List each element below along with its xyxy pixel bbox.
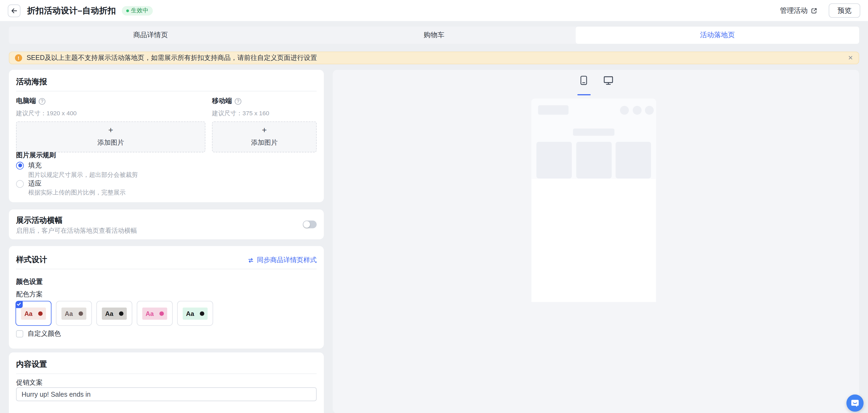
tab-landing-page[interactable]: 活动落地页 <box>576 27 859 43</box>
page-title: 折扣活动设计–自动折扣 <box>27 5 116 16</box>
placeholder-title-bar <box>573 129 614 136</box>
desktop-preview-button[interactable] <box>601 75 615 86</box>
mobile-icon <box>580 75 588 86</box>
scheme-sample-text: Aa <box>186 310 194 317</box>
placeholder-product-tile <box>576 142 612 178</box>
scheme-swatch: Aa <box>183 307 208 320</box>
landing-page-preview-canvas <box>531 99 656 302</box>
sync-style-link[interactable]: 同步商品详情页样式 <box>247 256 317 265</box>
arrow-left-icon <box>10 7 18 14</box>
mobile-size-hint: 建议尺寸：375 x 160 <box>212 109 317 117</box>
scheme-sample-text: Aa <box>24 310 32 317</box>
display-rule-title: 图片展示规则 <box>16 151 56 160</box>
content-card-title: 内容设置 <box>16 359 47 370</box>
preview-button[interactable]: 预览 <box>829 3 860 18</box>
scheme-swatch: Aa <box>142 307 167 320</box>
placeholder-logo-bar <box>538 106 568 115</box>
warning-icon: ! <box>15 54 22 61</box>
mobile-preview-button[interactable] <box>577 75 590 86</box>
scheme-swatch: Aa <box>61 307 86 320</box>
radio-fill-desc: 图片以规定尺寸展示，超出部分会被裁剪 <box>28 171 138 179</box>
radio-unselected-icon <box>16 180 24 187</box>
preview-pane <box>333 70 859 413</box>
color-settings-title: 颜色设置 <box>16 277 42 287</box>
desktop-icon <box>603 76 613 85</box>
promo-text-label: 促销文案 <box>16 378 42 387</box>
activity-banner-card: 展示活动横幅 启用后，客户可在活动落地页查看活动横幅 <box>9 209 324 239</box>
color-scheme-option-1[interactable]: Aa <box>16 301 52 326</box>
scheme-sample-text: Aa <box>105 310 113 317</box>
scheme-swatch: Aa <box>102 307 127 320</box>
desktop-size-hint: 建议尺寸：1920 x 400 <box>16 109 205 117</box>
chat-launcher-button[interactable] <box>846 394 864 412</box>
activity-banner-title: 展示活动横幅 <box>16 215 63 226</box>
tab-product-detail[interactable]: 商品详情页 <box>9 27 292 43</box>
chat-bubble-icon <box>850 398 860 408</box>
promo-text-input[interactable] <box>16 387 317 401</box>
active-device-underline <box>577 94 590 95</box>
radio-fit-label: 适应 <box>28 179 42 188</box>
radio-option-fill[interactable]: 填充 <box>16 161 41 170</box>
app-window: 折扣活动设计–自动折扣 生效中 管理活动 预览 商品详情页 购物车 活动落地页 … <box>0 0 868 413</box>
back-button[interactable] <box>8 4 21 17</box>
manage-activity-label: 管理活动 <box>780 6 808 15</box>
desktop-upload-dropzone[interactable]: + 添加图片 <box>16 121 205 152</box>
help-icon[interactable]: ? <box>235 98 241 105</box>
color-scheme-option-4[interactable]: Aa <box>137 301 173 326</box>
placeholder-product-tile <box>616 142 651 178</box>
status-badge: 生效中 <box>122 6 153 15</box>
warning-text: SEED及以上主题不支持展示活动落地页，如需展示所有折扣支持商品，请前往自定义页… <box>27 53 317 63</box>
banner-close-icon[interactable]: ✕ <box>848 54 853 61</box>
poster-card-title: 活动海报 <box>16 77 47 87</box>
poster-card: 活动海报 电脑端 ? 建议尺寸：1920 x 400 + 添加图片 移动端 ? … <box>9 70 324 202</box>
status-dot-icon <box>126 9 128 12</box>
checkbox-unchecked-icon <box>16 330 23 337</box>
help-icon[interactable]: ? <box>39 98 45 105</box>
scheme-sample-text: Aa <box>146 310 154 317</box>
manage-activity-link[interactable]: 管理活动 <box>780 6 818 15</box>
content-settings-card: 内容设置 促销文案 <box>9 352 324 413</box>
scheme-dot <box>79 312 83 316</box>
external-link-icon <box>810 7 818 14</box>
status-badge-label: 生效中 <box>131 7 148 14</box>
desktop-label: 电脑端 <box>16 96 36 106</box>
check-icon <box>15 301 23 308</box>
radio-fill-label: 填充 <box>28 161 42 170</box>
header: 折扣活动设计–自动折扣 生效中 管理活动 预览 <box>0 0 868 21</box>
divider <box>16 91 317 91</box>
custom-color-label: 自定义颜色 <box>28 329 61 338</box>
placeholder-nav-circle <box>645 106 654 115</box>
scheme-swatch: Aa <box>21 307 46 320</box>
scheme-dot <box>159 312 164 316</box>
mobile-label: 移动端 <box>212 96 232 106</box>
scheme-dot <box>38 312 43 316</box>
device-switch <box>333 75 859 86</box>
color-scheme-option-5[interactable]: Aa <box>177 301 213 326</box>
color-scheme-label: 配色方案 <box>16 290 42 299</box>
banner-toggle-switch[interactable] <box>303 220 317 228</box>
radio-selected-icon <box>16 161 24 169</box>
warning-banner: ! SEED及以上主题不支持展示活动落地页，如需展示所有折扣支持商品，请前往自定… <box>9 52 859 64</box>
scheme-dot <box>200 312 205 316</box>
tab-cart[interactable]: 购物车 <box>292 27 576 43</box>
color-scheme-option-3[interactable]: Aa <box>96 301 132 326</box>
mobile-upload-label: 添加图片 <box>251 138 277 147</box>
placeholder-nav-circle <box>620 106 629 115</box>
radio-fit-desc: 根据实际上传的图片比例，完整展示 <box>28 188 126 197</box>
divider <box>16 374 317 374</box>
mobile-upload-dropzone[interactable]: + 添加图片 <box>212 121 317 152</box>
plus-icon: + <box>108 126 113 134</box>
scheme-sample-text: Aa <box>65 310 73 317</box>
page-tabs: 商品详情页 购物车 活动落地页 <box>9 27 859 43</box>
sync-icon <box>247 257 254 263</box>
style-card-title: 样式设计 <box>16 255 47 265</box>
color-scheme-option-2[interactable]: Aa <box>56 301 92 326</box>
style-design-card: 样式设计 同步商品详情页样式 颜色设置 配色方案 Aa <box>9 246 324 349</box>
activity-banner-desc: 启用后，客户可在活动落地页查看活动横幅 <box>16 227 137 235</box>
custom-color-option[interactable]: 自定义颜色 <box>16 329 61 338</box>
scheme-dot <box>119 312 123 316</box>
sync-style-label: 同步商品详情页样式 <box>257 256 317 265</box>
placeholder-nav-circle <box>633 106 642 115</box>
radio-option-fit[interactable]: 适应 <box>16 179 41 188</box>
mobile-upload-group: 移动端 ? 建议尺寸：375 x 160 + 添加图片 <box>212 96 317 152</box>
